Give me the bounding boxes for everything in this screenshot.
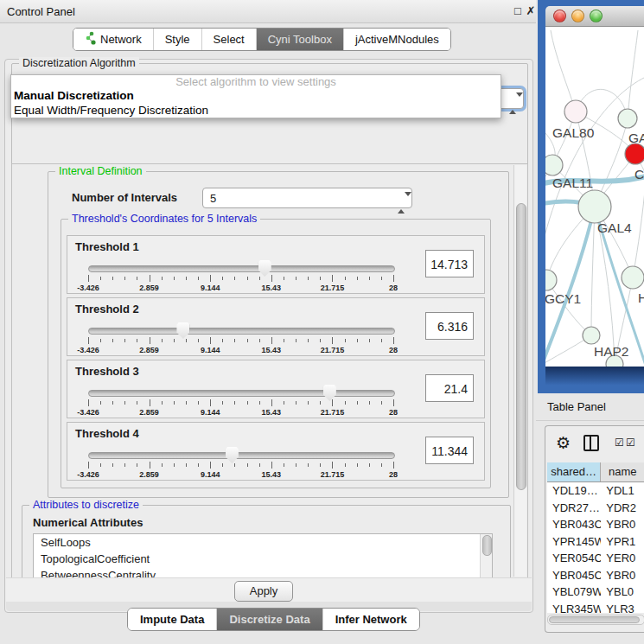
number-of-intervals-combobox[interactable]: 5 [202, 188, 412, 208]
cyni-toolbox-panel: Discretization Algorithm Table Data galF… [4, 59, 533, 613]
table-cell[interactable]: YBR045C [547, 567, 601, 584]
slider-track[interactable] [88, 452, 395, 459]
table-cell[interactable]: YPR1 [601, 533, 644, 551]
node-table[interactable]: shared…nameYDL19…YDL1YDR27…YDR2YBR043CYB… [547, 462, 644, 613]
table-cell[interactable]: YBL079W [547, 583, 601, 601]
table-cell[interactable]: YBR0 [601, 567, 644, 584]
scrollbar-thumb[interactable] [516, 203, 526, 490]
threshold-slider[interactable]: -3.4262.8599.14415.4321.71528 [88, 262, 393, 291]
attribute-list-item[interactable]: SelfLoops [34, 534, 492, 551]
minimize-traffic-light-icon[interactable] [571, 10, 584, 22]
table-horizontal-scrollbar[interactable] [547, 615, 644, 625]
column-header-name[interactable]: name [601, 462, 644, 481]
tab-select[interactable]: Select [202, 29, 257, 50]
table-cell[interactable]: YPR145W [547, 533, 601, 551]
close-traffic-light-icon[interactable] [553, 10, 566, 22]
table-row[interactable]: YER054CYER0 [547, 550, 644, 567]
close-icon[interactable]: ✗ [524, 4, 538, 18]
tab-jactivemnodules[interactable]: jActiveMNodules [344, 29, 450, 50]
tick-mark [234, 277, 235, 280]
network-node[interactable] [564, 100, 587, 123]
table-cell[interactable]: YER054C [547, 550, 601, 567]
network-edge[interactable] [591, 207, 595, 335]
scrollbar-thumb[interactable] [549, 616, 640, 623]
table-row[interactable]: YPR145WYPR1 [547, 533, 644, 551]
group-title-algorithm: Discretization Algorithm [19, 57, 139, 69]
tab-network[interactable]: Network [73, 29, 154, 50]
slider-track[interactable] [88, 390, 395, 397]
table-row[interactable]: YDR27…YDR2 [547, 500, 644, 517]
table-cell[interactable]: YLR3 [601, 601, 644, 614]
network-node[interactable] [583, 327, 600, 344]
column-header-shared[interactable]: shared… [547, 462, 601, 481]
apply-button[interactable]: Apply [234, 581, 293, 602]
attributes-group: Attributes to discretize Numerical Attri… [22, 505, 511, 578]
select-all-check-icon[interactable]: ☑ [615, 437, 624, 449]
network-node[interactable] [625, 143, 644, 164]
dropdown-option[interactable]: Equal Width/Frequency Discretization [11, 103, 501, 118]
attributes-list[interactable]: SelfLoopsTopologicalCoefficientBetweenne… [33, 533, 493, 578]
tick-label: 9.144 [201, 346, 220, 354]
network-edge[interactable] [551, 30, 576, 112]
table-cell[interactable]: YBR043C [547, 516, 601, 533]
tick-mark [234, 463, 235, 467]
table-row[interactable]: YBL079WYBL0 [547, 583, 644, 601]
gear-icon[interactable]: ⚙ [556, 433, 571, 453]
threshold-slider[interactable]: -3.4262.8599.14415.4321.71528 [88, 449, 393, 478]
scrollbar-thumb[interactable] [482, 535, 492, 556]
network-node[interactable] [618, 109, 637, 128]
float-icon[interactable]: □ [511, 4, 525, 18]
threshold-slider[interactable]: -3.4262.8599.14415.4321.71528 [88, 386, 393, 416]
slider-track[interactable] [88, 265, 395, 272]
threshold-slider[interactable]: -3.4262.8599.14415.4321.71528 [88, 324, 393, 354]
table-row[interactable]: YDL19…YDL1 [547, 482, 644, 500]
network-node[interactable] [578, 190, 611, 223]
tab-style[interactable]: Style [154, 29, 202, 50]
attribute-list-item[interactable]: TopologicalCoefficient [34, 551, 492, 567]
tick-mark [112, 339, 113, 342]
threshold-value-field[interactable]: 6.316 [425, 312, 474, 340]
slider-track[interactable] [88, 328, 395, 335]
slider-tick-labels: -3.4262.8599.14415.4321.71528 [88, 346, 393, 354]
tab-cyni-toolbox[interactable]: Cyni Toolbox [257, 29, 344, 50]
network-node[interactable] [545, 155, 563, 175]
panel-vertical-scrollbar[interactable] [513, 165, 526, 577]
tick-mark [100, 463, 101, 467]
tick-label: 2.859 [139, 470, 159, 479]
table-cell[interactable]: YDR2 [601, 500, 644, 517]
tick-label: 28 [389, 408, 398, 417]
network-node[interactable] [545, 270, 557, 290]
table-row[interactable]: YBR045CYBR0 [547, 567, 644, 584]
tab-infer-network[interactable]: Infer Network [323, 609, 419, 630]
table-row[interactable]: YBR043CYBR0 [547, 516, 644, 533]
threshold-value-field[interactable]: 11.344 [425, 437, 474, 464]
threshold-value-field[interactable]: 21.4 [425, 374, 474, 402]
table-cell[interactable]: YBL0 [601, 583, 644, 601]
columns-icon[interactable] [583, 435, 599, 451]
network-canvas[interactable]: GAL80GACGAL11GAL4GCY1HHAP2 [545, 27, 644, 367]
table-cell[interactable]: YLR345W [547, 601, 601, 614]
network-edge[interactable] [628, 30, 638, 118]
network-node[interactable] [622, 266, 644, 289]
tick-mark [222, 463, 223, 467]
tick-mark [296, 339, 296, 342]
zoom-traffic-light-icon[interactable] [590, 10, 603, 22]
tab-discretize-data[interactable]: Discretize Data [217, 609, 322, 630]
tick-mark [357, 339, 358, 342]
network-edge[interactable] [633, 182, 644, 277]
stepper-icon [509, 93, 517, 105]
attributes-list-scrollbar[interactable] [480, 534, 492, 578]
threshold-value-field[interactable]: 14.713 [425, 250, 474, 277]
tab-impute-data[interactable]: Impute Data [128, 609, 217, 630]
table-cell[interactable]: YDR27… [547, 500, 601, 517]
table-cell[interactable]: YER0 [601, 550, 644, 567]
tick-mark [247, 339, 248, 342]
table-cell[interactable]: YBR0 [601, 516, 644, 533]
dropdown-option[interactable]: Manual Discretization [11, 88, 501, 103]
table-cell[interactable]: YDL19… [547, 482, 601, 500]
tick-mark [222, 339, 223, 342]
tick-mark [137, 463, 137, 467]
select-check-icon[interactable]: ☑ [626, 437, 635, 449]
table-cell[interactable]: YDL1 [601, 482, 644, 500]
table-row[interactable]: YLR345WYLR3 [547, 601, 644, 614]
